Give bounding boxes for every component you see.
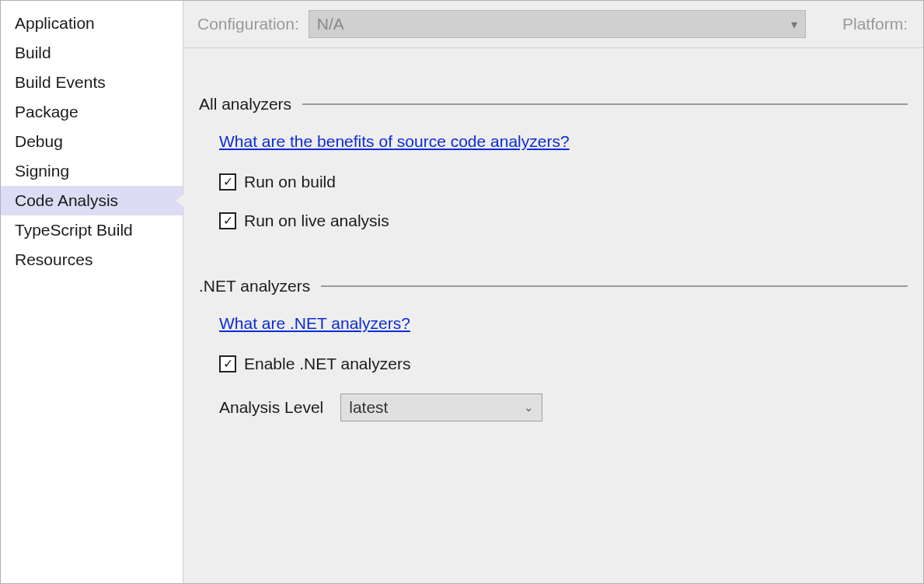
content-area: All analyzers What are the benefits of s… xyxy=(183,48,923,484)
section-body-all-analyzers: What are the benefits of source code ana… xyxy=(199,132,908,230)
chevron-down-icon: ⌄ xyxy=(524,400,534,414)
sidebar-item-label: Debug xyxy=(15,132,63,150)
sidebar-item-resources[interactable]: Resources xyxy=(1,245,183,275)
checkbox-run-on-live[interactable]: ✓ xyxy=(219,212,236,229)
sidebar-item-package[interactable]: Package xyxy=(1,97,183,127)
sidebar-item-label: Signing xyxy=(15,162,69,180)
analysis-level-select[interactable]: latest ⌄ xyxy=(340,393,542,421)
configuration-label: Configuration: xyxy=(197,15,299,33)
sidebar-item-debug[interactable]: Debug xyxy=(1,127,183,156)
configuration-value: N/A xyxy=(317,15,344,33)
link-all-analyzers-info[interactable]: What are the benefits of source code ana… xyxy=(219,132,570,151)
sidebar-item-label: Package xyxy=(15,103,78,121)
sidebar-item-label: Build xyxy=(15,44,51,61)
section-body-net-analyzers: What are .NET analyzers? ✓ Enable .NET a… xyxy=(199,314,908,421)
main-panel: Configuration: N/A ▾ Platform: All analy… xyxy=(183,1,923,583)
section-title: All analyzers xyxy=(199,95,291,114)
divider xyxy=(321,285,908,287)
configuration-select[interactable]: N/A ▾ xyxy=(309,10,806,38)
platform-label: Platform: xyxy=(842,15,914,33)
sidebar-item-build-events[interactable]: Build Events xyxy=(1,68,183,97)
chevron-down-icon: ▾ xyxy=(791,17,797,32)
sidebar-item-label: TypeScript Build xyxy=(15,221,133,239)
sidebar-item-label: Resources xyxy=(15,250,92,268)
checkbox-label: Run on live analysis xyxy=(244,212,389,230)
analysis-level-value: latest xyxy=(349,398,388,417)
checkbox-run-on-build[interactable]: ✓ xyxy=(219,173,236,191)
section-header-all-analyzers: All analyzers xyxy=(199,95,908,114)
sidebar-item-build[interactable]: Build xyxy=(1,38,183,68)
sidebar-item-label: Build Events xyxy=(15,73,106,91)
checkbox-label: Run on build xyxy=(244,173,336,191)
sidebar-item-application[interactable]: Application xyxy=(1,9,183,38)
project-properties-window: Application Build Build Events Package D… xyxy=(0,0,924,584)
configuration-row: Configuration: N/A ▾ Platform: xyxy=(183,10,923,48)
sidebar-item-label: Application xyxy=(15,14,95,32)
checkbox-row-run-on-build[interactable]: ✓ Run on build xyxy=(219,173,908,191)
sidebar: Application Build Build Events Package D… xyxy=(1,1,183,583)
checkbox-row-run-on-live[interactable]: ✓ Run on live analysis xyxy=(219,212,908,230)
sidebar-item-typescript-build[interactable]: TypeScript Build xyxy=(1,215,183,245)
sidebar-item-label: Code Analysis xyxy=(15,191,118,209)
checkbox-row-enable-net[interactable]: ✓ Enable .NET analyzers xyxy=(219,355,908,373)
section-title: .NET analyzers xyxy=(199,277,310,295)
section-header-net-analyzers: .NET analyzers xyxy=(199,277,908,295)
link-net-analyzers-info[interactable]: What are .NET analyzers? xyxy=(219,314,410,333)
checkbox-enable-net[interactable]: ✓ xyxy=(219,355,236,372)
analysis-level-label: Analysis Level xyxy=(219,398,323,417)
checkbox-label: Enable .NET analyzers xyxy=(244,355,410,373)
sidebar-item-code-analysis[interactable]: Code Analysis xyxy=(1,186,183,215)
analysis-level-row: Analysis Level latest ⌄ xyxy=(219,393,908,421)
divider xyxy=(302,103,908,105)
sidebar-item-signing[interactable]: Signing xyxy=(1,156,183,186)
